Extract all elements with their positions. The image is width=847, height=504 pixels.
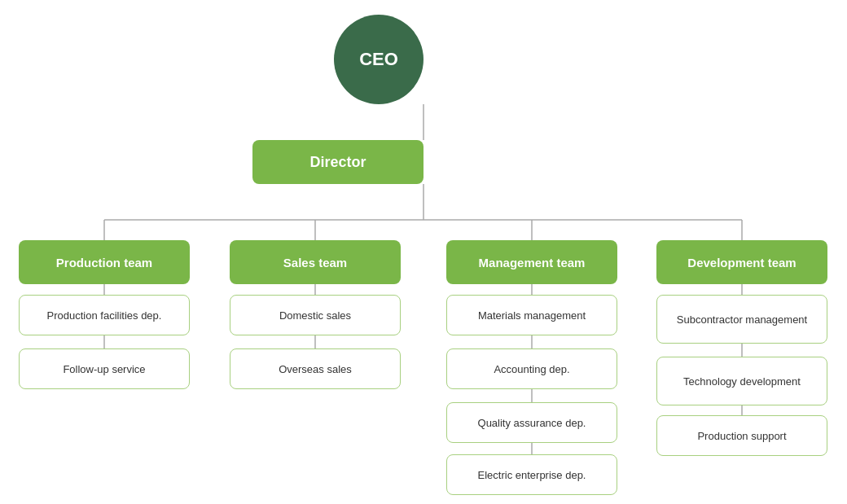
- sub-followup-service: Follow-up service: [19, 348, 190, 389]
- sub-electric: Electric enterprise dep.: [446, 454, 617, 495]
- director-label: Director: [309, 154, 366, 171]
- team-development: Development team: [656, 240, 827, 284]
- sub-accounting-label: Accounting dep.: [489, 360, 574, 379]
- sub-production-facilities: Production facilities dep.: [19, 295, 190, 335]
- sub-materials-mgmt-label: Materials management: [473, 306, 590, 325]
- ceo-label: CEO: [359, 49, 398, 70]
- sub-overseas-sales-label: Overseas sales: [274, 360, 357, 379]
- org-chart: CEO Director Production team Production …: [0, 0, 847, 504]
- team-management-label: Management team: [479, 256, 586, 270]
- sub-prod-support-label: Production support: [692, 427, 791, 445]
- sub-followup-service-label: Follow-up service: [58, 360, 150, 379]
- sub-production-facilities-label: Production facilities dep.: [42, 306, 167, 325]
- ceo-node: CEO: [334, 15, 424, 104]
- sub-subcontractor-label: Subcontractor management: [672, 310, 812, 329]
- team-sales: Sales team: [230, 240, 401, 284]
- sub-tech-dev-label: Technology development: [678, 372, 805, 391]
- director-node: Director: [252, 140, 424, 184]
- team-production-label: Production team: [56, 256, 152, 270]
- sub-domestic-sales-label: Domestic sales: [274, 306, 356, 325]
- team-production: Production team: [19, 240, 190, 284]
- sub-accounting: Accounting dep.: [446, 348, 617, 389]
- team-management: Management team: [446, 240, 617, 284]
- sub-quality: Quality assurance dep.: [446, 402, 617, 443]
- sub-electric-label: Electric enterprise dep.: [473, 466, 591, 484]
- sub-tech-dev: Technology development: [656, 357, 827, 405]
- sub-prod-support: Production support: [656, 415, 827, 456]
- sub-overseas-sales: Overseas sales: [230, 348, 401, 389]
- sub-quality-label: Quality assurance dep.: [473, 414, 591, 432]
- sub-domestic-sales: Domestic sales: [230, 295, 401, 335]
- team-sales-label: Sales team: [283, 256, 347, 270]
- team-development-label: Development team: [687, 256, 796, 270]
- sub-materials-mgmt: Materials management: [446, 295, 617, 335]
- sub-subcontractor: Subcontractor management: [656, 295, 827, 344]
